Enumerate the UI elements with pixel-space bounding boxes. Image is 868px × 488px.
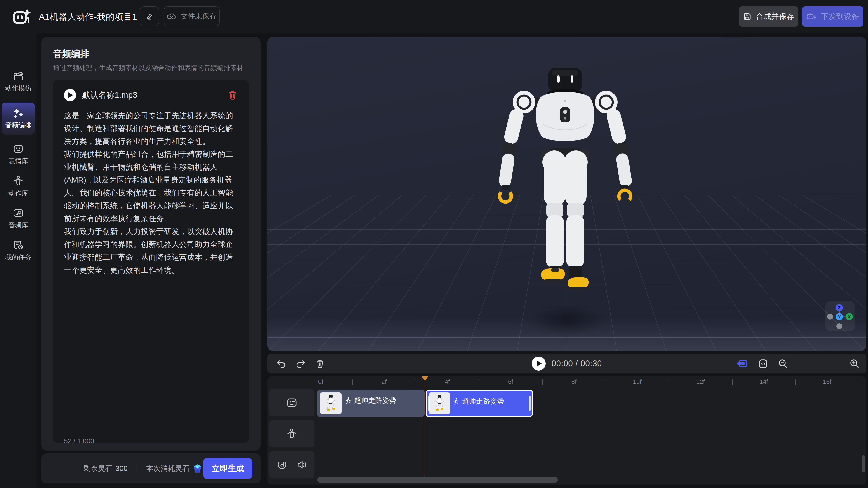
script-paragraph: 这是一家全球领先的公司专注于先进机器人系统的设计、制造和部署我们的使命是通过智能… (64, 109, 239, 148)
compose-save-label: 合成并保存 (756, 11, 794, 22)
audio-card-header: 默认名称1.mp3 (64, 88, 238, 102)
cloud-unsaved-icon (166, 11, 177, 21)
play-button[interactable] (532, 357, 546, 370)
timeline-h-scrollbar[interactable] (317, 477, 558, 483)
axis-neg-x[interactable] (827, 314, 833, 320)
ruler-label: 14f (760, 379, 768, 385)
robot-model[interactable] (495, 68, 635, 307)
clip-trim-handle-right[interactable] (529, 396, 530, 411)
sidebar-item-face-library[interactable]: 表情库 (2, 140, 35, 169)
sidebar-label: 表情库 (8, 157, 28, 166)
delete-audio-button[interactable] (227, 90, 238, 101)
save-icon (743, 12, 752, 21)
ruler-tick (352, 379, 353, 385)
ruler-label: 0f (318, 379, 323, 385)
ruler-tick (606, 379, 606, 385)
face-track-header[interactable] (269, 389, 314, 416)
ruler-label: 2f (381, 379, 387, 385)
script-paragraph: 我们提供样化的产品组合，包括用于精密制造的工业机械臂、用于物流和仓储的自主移动机… (64, 148, 239, 225)
ruler-tick (732, 379, 733, 385)
person-icon (286, 428, 298, 440)
compose-save-button[interactable]: 合成并保存 (739, 6, 798, 27)
motion-clip[interactable]: 超帅走路姿势 (317, 390, 425, 417)
app-root: A1机器人动作-我的项目1 文件未保存 合成并保存 (0, 0, 868, 488)
generate-now-button[interactable]: 立即生成 (203, 458, 252, 479)
ruler-label: 6f (508, 379, 513, 385)
person-icon (12, 175, 24, 187)
sidebar-item-audio-library[interactable]: 音频库 (2, 204, 35, 233)
playback-center: 00:00 / 00:30 (268, 354, 866, 373)
zoom-in-icon[interactable] (849, 358, 860, 369)
clip-trim-handle-left[interactable] (428, 396, 430, 411)
ruler-tick (416, 379, 416, 385)
music-card-icon (12, 207, 24, 219)
audio-filename: 默认名称1.mp3 (82, 90, 221, 101)
play-icon (68, 92, 73, 98)
clip-thumbnail (320, 392, 342, 414)
clip-label: 超帅走路姿势 (462, 396, 504, 406)
motion-track-header[interactable] (269, 420, 314, 447)
panel-subtitle: 通过音频处理，生成音频素材以及融合动作和表情的音频编排素材 (53, 64, 243, 72)
sparkles-icon (12, 107, 24, 119)
deploy-device-button[interactable]: 下发到设备 (802, 6, 864, 27)
sidebar-item-motion-library[interactable]: 动作库 (2, 172, 35, 201)
sidebar-label: 动作库 (8, 189, 28, 198)
sidebar-item-audio-arrange[interactable]: 音频编排 (2, 103, 35, 135)
ruler-tick (669, 379, 669, 385)
zoom-out-icon[interactable] (777, 358, 789, 369)
winking-face-icon (286, 397, 298, 409)
audio-arrange-panel: 音频编排 通过音频处理，生成音频素材以及融合动作和表情的音频编排素材 默认名称1… (41, 37, 260, 451)
gem-icon (193, 464, 203, 474)
clapperboard-icon (12, 71, 24, 82)
remaining-value: 300 (116, 464, 127, 473)
robot-face-icon (12, 143, 24, 154)
project-title: A1机器人动作-我的项目1 (39, 0, 137, 33)
timeline: 0f 2f 4f 6f 8f 10f 12f 14f 16f (268, 376, 866, 485)
sidebar-label: 动作模仿 (5, 84, 31, 93)
deploy-label: 下发到设备 (821, 11, 859, 22)
svg-text:X: X (848, 315, 851, 319)
save-status-button[interactable]: 文件未保存 (164, 6, 220, 26)
audio-play-button[interactable] (64, 89, 76, 101)
robot-download-icon (806, 12, 817, 21)
script-paragraph: 我们致力于创新，大力投资于研发，以突破人机协作和机器学习的界限。创新机器人公司助… (64, 225, 239, 276)
speaker-icon[interactable] (296, 459, 307, 470)
playback-toolbar: 00:00 / 00:30 (268, 354, 866, 373)
audio-card: 默认名称1.mp3 这是一家全球领先的公司专注于先进机器人系统的设计、制造和部署… (53, 80, 249, 443)
svg-text:Y: Y (838, 315, 841, 319)
rename-button[interactable] (140, 6, 159, 26)
ruler-label: 16f (823, 379, 831, 385)
audio-track-header[interactable] (269, 451, 314, 478)
time-display: 00:00 / 00:30 (552, 359, 602, 368)
play-icon (537, 361, 542, 366)
ruler-label: 4f (445, 379, 450, 385)
timeline-v-scrollbar[interactable] (862, 455, 865, 473)
sidebar-item-my-tasks[interactable]: 我的任务 (2, 236, 35, 265)
axis-neg-z[interactable] (836, 323, 842, 329)
svg-text:Z: Z (838, 305, 841, 310)
ruler-tick (859, 379, 859, 385)
ruler-label: 12f (696, 379, 705, 385)
script-textarea[interactable]: 这是一家全球领先的公司专注于先进机器人系统的设计、制造和部署我们的使命是通过智能… (64, 109, 239, 276)
ruler-tick (796, 379, 796, 385)
run-icon (344, 397, 351, 404)
rhythm-dial-icon (276, 459, 288, 470)
run-icon (452, 398, 459, 405)
divider (136, 464, 137, 473)
pencil-icon (145, 12, 154, 21)
playhead-handle[interactable] (422, 376, 428, 384)
credits-info: 剩余灵石 300 本次消耗灵石 10 (84, 464, 214, 474)
snap-toggle-button[interactable] (737, 358, 748, 369)
sidebar: 动作模仿 音频编排 表情库 动作库 (0, 33, 37, 488)
generate-footer: 剩余灵石 300 本次消耗灵石 10 立即生成 (41, 453, 260, 484)
save-status-label: 文件未保存 (181, 11, 217, 21)
robot-shadow (531, 306, 603, 335)
clip-label: 超帅走路姿势 (354, 396, 396, 405)
axis-gizmo[interactable]: Z Y X (825, 301, 855, 331)
viewport-3d[interactable]: Z Y X (268, 37, 866, 351)
motion-clip-selected[interactable]: 超帅走路姿势 (426, 390, 533, 417)
fit-width-button[interactable] (757, 358, 769, 369)
app-logo-icon[interactable] (12, 7, 32, 26)
sidebar-item-motion-mimic[interactable]: 动作模仿 (2, 67, 35, 96)
cost-label: 本次消耗灵石 (146, 464, 189, 474)
